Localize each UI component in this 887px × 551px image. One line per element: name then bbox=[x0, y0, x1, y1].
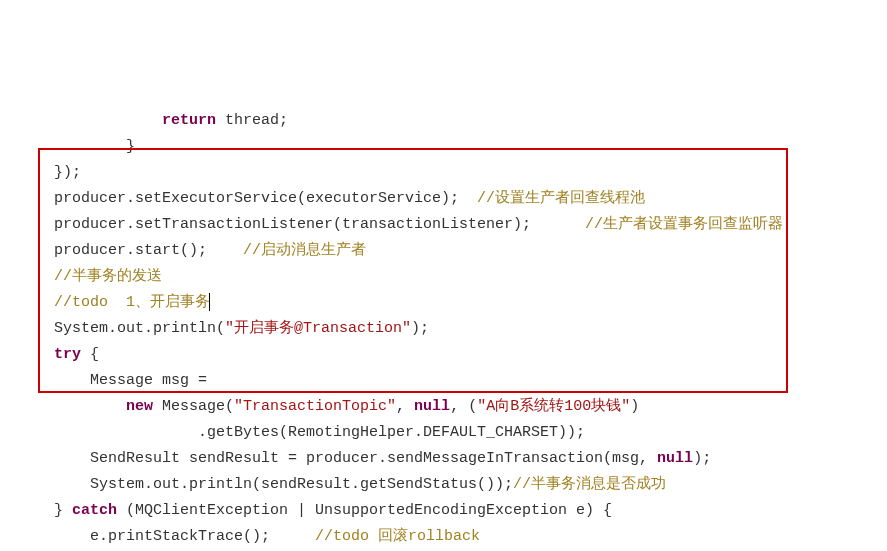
comment: //半事务的发送 bbox=[18, 268, 162, 285]
code-text: , ( bbox=[450, 398, 477, 415]
string-literal: "A向B系统转100块钱" bbox=[477, 398, 630, 415]
comment: //todo 回滚rollback bbox=[315, 528, 480, 545]
code-text bbox=[18, 398, 126, 415]
kw-catch: catch bbox=[72, 502, 117, 519]
string-literal: "开启事务@Transaction" bbox=[225, 320, 411, 337]
comment: //生产者设置事务回查监听器 bbox=[585, 216, 783, 233]
code-text: { bbox=[81, 346, 99, 363]
comment: //启动消息生产者 bbox=[243, 242, 366, 259]
comment: //半事务消息是否成功 bbox=[513, 476, 666, 493]
code-text: Message msg = bbox=[18, 372, 207, 389]
code-text: e.printStackTrace(); bbox=[18, 528, 315, 545]
code-text: producer.start(); bbox=[18, 242, 243, 259]
kw-null: null bbox=[657, 450, 693, 467]
code-text: producer.setExecutorService(executorServ… bbox=[18, 190, 477, 207]
kw-return: return bbox=[162, 112, 216, 129]
code-text: thread; bbox=[216, 112, 288, 129]
code-text: System.out.println(sendResult.getSendSta… bbox=[18, 476, 513, 493]
code-text: (MQClientException | UnsupportedEncoding… bbox=[117, 502, 612, 519]
code-text: }); bbox=[18, 164, 81, 181]
code-block: return thread; } }); producer.setExecuto… bbox=[18, 108, 887, 551]
code-text: ) bbox=[630, 398, 639, 415]
kw-new: new bbox=[126, 398, 153, 415]
code-text: SendResult sendResult = producer.sendMes… bbox=[18, 450, 657, 467]
code-text: Message( bbox=[153, 398, 234, 415]
code-text bbox=[18, 346, 54, 363]
comment: //设置生产者回查线程池 bbox=[477, 190, 645, 207]
code-text: } bbox=[18, 502, 72, 519]
string-literal: "TransactionTopic" bbox=[234, 398, 396, 415]
code-text: .getBytes(RemotingHelper.DEFAULT_CHARSET… bbox=[18, 424, 585, 441]
code-text: producer.setTransactionListener(transact… bbox=[18, 216, 585, 233]
code-text: ); bbox=[693, 450, 711, 467]
code-text: } bbox=[18, 138, 135, 155]
kw-null: null bbox=[414, 398, 450, 415]
code-text: , bbox=[396, 398, 414, 415]
code-text: ); bbox=[411, 320, 429, 337]
kw-try: try bbox=[54, 346, 81, 363]
text-cursor bbox=[209, 293, 210, 311]
comment: //todo 1、开启事务 bbox=[18, 294, 210, 311]
code-text: System.out.println( bbox=[18, 320, 225, 337]
